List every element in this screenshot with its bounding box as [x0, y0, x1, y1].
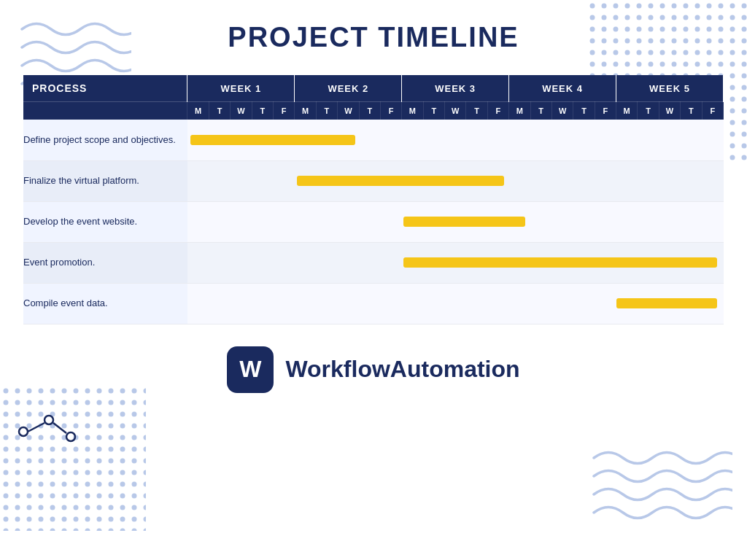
gantt-bar — [616, 298, 717, 308]
w4-thu: T — [573, 102, 595, 120]
w5-wed: W — [659, 102, 680, 120]
w1-mon: M — [187, 102, 209, 120]
bar-cell — [187, 201, 724, 242]
bar-cell — [187, 120, 724, 160]
w2-tue: T — [316, 102, 337, 120]
w5-fri: F — [702, 102, 723, 120]
week-5-header: WEEK 5 — [616, 75, 723, 102]
brand-name: WorkflowAutomation — [285, 356, 519, 383]
task-label: Compile event data. — [23, 283, 187, 324]
w3-tue: T — [423, 102, 444, 120]
w5-thu: T — [681, 102, 702, 120]
w4-fri: F — [595, 102, 616, 120]
gantt-row: Define project scope and objectives. — [23, 120, 724, 160]
deco-waves-bottom-right — [587, 443, 732, 524]
w3-thu: T — [466, 102, 487, 120]
deco-dots-bottom-left — [0, 385, 146, 531]
gantt-body: Define project scope and objectives.Fina… — [23, 120, 724, 324]
w3-fri: F — [487, 102, 508, 120]
task-label: Define project scope and objectives. — [23, 120, 187, 160]
gantt-table: PROCESS WEEK 1 WEEK 2 WEEK 3 WEEK 4 WEEK… — [23, 75, 724, 324]
week-3-header: WEEK 3 — [402, 75, 509, 102]
gantt-bar — [403, 257, 717, 268]
bar-cell — [187, 242, 724, 283]
w3-wed: W — [444, 102, 465, 120]
w5-tue: T — [638, 102, 659, 120]
process-day-empty — [23, 102, 187, 120]
w2-fri: F — [380, 102, 401, 120]
gantt-row: Finalize the virtual platform. — [23, 160, 724, 201]
svg-point-4 — [19, 427, 28, 436]
week-2-header: WEEK 2 — [295, 75, 402, 102]
w3-mon: M — [402, 102, 423, 120]
svg-point-5 — [44, 416, 53, 424]
task-label: Event promotion. — [23, 242, 187, 283]
gantt-bar — [297, 176, 504, 186]
bar-cell — [187, 160, 724, 201]
svg-point-6 — [66, 432, 75, 441]
w4-tue: T — [530, 102, 551, 120]
logo-letter: W — [239, 356, 261, 383]
w2-thu: T — [359, 102, 380, 120]
week-1-header: WEEK 1 — [187, 75, 295, 102]
w1-wed: W — [231, 102, 252, 120]
logo-box: W — [227, 346, 274, 393]
w1-fri: F — [274, 102, 295, 120]
page-title: PROJECT TIMELINE — [228, 22, 519, 53]
task-label: Finalize the virtual platform. — [23, 160, 187, 201]
gantt-bar — [403, 217, 525, 227]
svg-line-7 — [28, 423, 44, 432]
w4-wed: W — [551, 102, 573, 120]
w5-mon: M — [616, 102, 637, 120]
gantt-row: Event promotion. — [23, 242, 724, 283]
deco-node-bottom-left — [16, 411, 82, 454]
w4-mon: M — [509, 102, 530, 120]
process-col-header: PROCESS — [23, 75, 187, 102]
gantt-row: Develop the event website. — [23, 201, 724, 242]
w1-thu: T — [252, 102, 273, 120]
svg-line-8 — [53, 423, 66, 433]
footer: W WorkflowAutomation — [227, 346, 519, 393]
main-content: PROJECT TIMELINE PROCESS WEEK 1 WEEK 2 W… — [0, 0, 747, 393]
gantt-header-days: M T W T F M T W T F M T W T F M T W — [23, 102, 724, 120]
task-label: Develop the event website. — [23, 201, 187, 242]
week-4-header: WEEK 4 — [509, 75, 616, 102]
gantt-row: Compile event data. — [23, 283, 724, 324]
gantt-header-weeks: PROCESS WEEK 1 WEEK 2 WEEK 3 WEEK 4 WEEK… — [23, 75, 724, 102]
w1-tue: T — [209, 102, 230, 120]
bar-cell — [187, 283, 724, 324]
w2-mon: M — [295, 102, 316, 120]
gantt-bar — [190, 135, 355, 145]
w2-wed: W — [338, 102, 359, 120]
svg-rect-3 — [0, 385, 146, 531]
